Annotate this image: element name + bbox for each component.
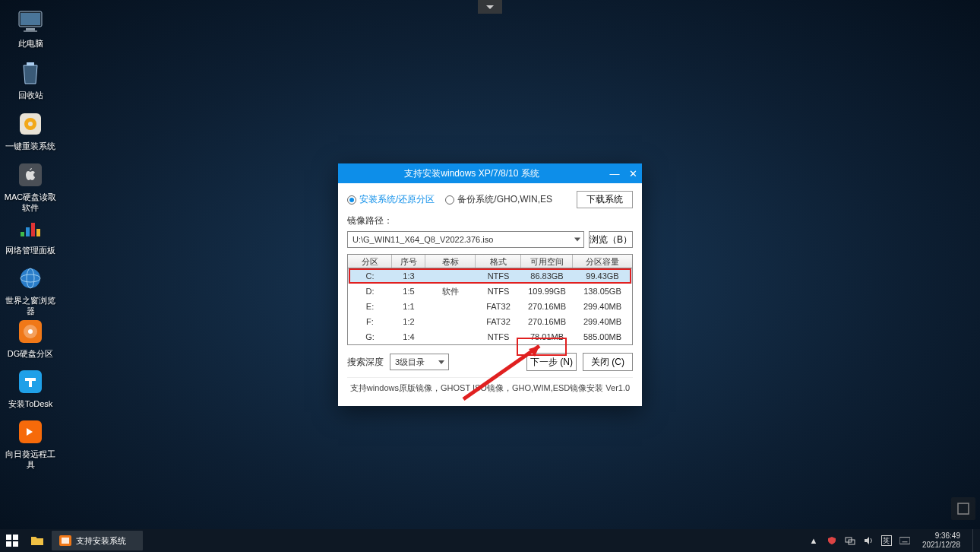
- show-desktop-button[interactable]: [972, 529, 977, 552]
- svg-rect-4: [27, 62, 34, 65]
- taskbar-app-label: 支持安装系统: [76, 535, 126, 547]
- globe-icon: [17, 265, 44, 292]
- desktop-icon-label: MAC硬盘读取软件: [4, 192, 57, 213]
- top-dropdown-handle[interactable]: [478, 0, 502, 14]
- radio-dot-icon: [347, 195, 356, 205]
- desktop-icon-macdisk[interactable]: MAC硬盘读取软件: [4, 161, 57, 213]
- tray-network-icon[interactable]: [845, 535, 855, 546]
- todesk-icon: [17, 368, 44, 395]
- sunlogin-icon: [17, 418, 44, 446]
- col-partition: 分区: [348, 255, 392, 268]
- taskbar-app-installer[interactable]: 支持安装系统: [52, 531, 143, 550]
- desktop-icon-netpanel[interactable]: 网络管理面板: [4, 214, 57, 255]
- desktop-icon-thispc[interactable]: 此电脑: [4, 8, 57, 49]
- browse-button[interactable]: 浏览（B）: [589, 231, 633, 248]
- computer-icon: [17, 8, 44, 35]
- image-path-combo[interactable]: U:\G_WIN11_X64_Q8_V2022.376.iso: [347, 231, 584, 248]
- close-icon[interactable]: ✕: [624, 163, 642, 183]
- desktop-icon-label: 回收站: [4, 90, 57, 100]
- svg-rect-23: [958, 503, 969, 514]
- tray-up-icon[interactable]: ▲: [808, 535, 819, 546]
- taskbar-file-explorer[interactable]: [24, 529, 50, 552]
- svg-rect-2: [26, 28, 35, 30]
- desktop-icon-label: 安装ToDesk: [4, 398, 57, 409]
- dialog-titlebar[interactable]: 支持安装windows XP/7/8/10 系统 — ✕: [338, 163, 642, 183]
- tray-keyboard-icon[interactable]: [899, 535, 910, 546]
- svg-point-13: [21, 268, 40, 288]
- table-header: 分区 序号 卷标 格式 可用空间 分区容量: [348, 255, 632, 268]
- chart-icon: [17, 214, 44, 242]
- tray-volume-icon[interactable]: [863, 535, 874, 546]
- svg-rect-1: [21, 13, 40, 25]
- svg-rect-3: [24, 30, 37, 32]
- desktop-icon-label: 世界之窗浏览器: [4, 295, 57, 316]
- svg-rect-27: [13, 541, 18, 547]
- download-system-button[interactable]: 下载系统: [577, 191, 633, 208]
- table-row[interactable]: F:1:2FAT32270.16MB299.40MB: [348, 314, 632, 329]
- radio-backup[interactable]: 备份系统/GHO,WIN,ES: [445, 193, 552, 206]
- disk-partition-icon: [17, 318, 44, 345]
- desktop-icon-recyclebin[interactable]: 回收站: [4, 59, 57, 100]
- radio-dot-icon: [445, 195, 454, 205]
- radio-label: 备份系统/GHO,WIN,ES: [457, 193, 552, 206]
- desktop-icon-label: 一键重装系统: [4, 141, 57, 151]
- chevron-down-icon: [574, 238, 580, 242]
- tray-ime-icon[interactable]: 英: [881, 535, 892, 546]
- recyclebin-icon: [17, 59, 44, 87]
- radio-label: 安装系统/还原分区: [359, 193, 435, 206]
- apple-icon: [17, 161, 44, 189]
- partition-table: 分区 序号 卷标 格式 可用空间 分区容量 C:1:3NTFS86.83GB99…: [347, 254, 633, 345]
- taskbar: 支持安装系统 ▲ 英 9:36:49 2021/12/28: [0, 529, 980, 552]
- desktop-icon-browser[interactable]: 世界之窗浏览器: [4, 265, 57, 316]
- dialog-footer: 支持windows原版镜像，GHOST ISO镜像，GHO,WIM,ESD镜像安…: [347, 377, 633, 401]
- svg-rect-11: [31, 223, 35, 236]
- svg-rect-29: [62, 538, 69, 544]
- desktop-icon-label: DG硬盘分区: [4, 348, 57, 359]
- install-dialog: 支持安装windows XP/7/8/10 系统 — ✕ 安装系统/还原分区 备…: [338, 163, 642, 406]
- notification-popup[interactable]: [951, 497, 975, 520]
- col-label: 卷标: [425, 255, 476, 268]
- svg-rect-32: [899, 538, 910, 544]
- search-depth-label: 搜索深度: [347, 356, 384, 369]
- col-free: 可用空间: [521, 255, 573, 268]
- svg-rect-26: [6, 541, 11, 547]
- next-button[interactable]: 下一步 (N): [526, 353, 577, 371]
- system-tray: ▲ 英 9:36:49 2021/12/28: [808, 529, 980, 552]
- desktop-icon-label: 网络管理面板: [4, 245, 57, 255]
- desktop-icon-todesk[interactable]: 安装ToDesk: [4, 368, 57, 409]
- col-capacity: 分区容量: [573, 255, 632, 268]
- image-path-label: 镜像路径：: [347, 214, 633, 227]
- minimize-button[interactable]: —: [605, 163, 624, 183]
- desktop-icon-dgdisk[interactable]: DG硬盘分区: [4, 318, 57, 359]
- start-button[interactable]: [0, 529, 24, 552]
- svg-rect-24: [6, 535, 11, 540]
- close-button[interactable]: 关闭 (C): [583, 353, 633, 371]
- svg-rect-10: [26, 227, 30, 236]
- desktop-icon-reinstall[interactable]: 一键重装系统: [4, 110, 57, 151]
- table-row[interactable]: E:1:1FAT32270.16MB299.40MB: [348, 299, 632, 314]
- dialog-title: 支持安装windows XP/7/8/10 系统: [338, 167, 605, 180]
- table-row[interactable]: C:1:3NTFS86.83GB99.43GB: [348, 268, 632, 284]
- desktop-icon-sunlogin[interactable]: 向日葵远程工具: [4, 418, 57, 470]
- app-icon: [59, 535, 71, 546]
- svg-rect-25: [13, 535, 18, 540]
- desktop-icon-label: 向日葵远程工具: [4, 449, 57, 470]
- svg-point-18: [28, 329, 33, 334]
- tray-shield-icon[interactable]: [827, 535, 837, 546]
- gear-badge-icon: [17, 110, 44, 138]
- search-depth-combo[interactable]: 3级目录: [390, 354, 449, 370]
- radio-install[interactable]: 安装系统/还原分区: [347, 193, 435, 206]
- col-index: 序号: [392, 255, 425, 268]
- tray-datetime[interactable]: 9:36:49 2021/12/28: [918, 531, 965, 550]
- table-row[interactable]: G:1:4NTFS78.01MB585.00MB: [348, 329, 632, 344]
- table-row[interactable]: D:1:5软件NTFS109.99GB138.05GB: [348, 284, 632, 299]
- svg-point-7: [28, 122, 33, 126]
- col-format: 格式: [476, 255, 521, 268]
- svg-rect-12: [36, 229, 40, 236]
- desktop-icon-label: 此电脑: [4, 38, 57, 49]
- svg-rect-9: [21, 232, 24, 236]
- image-path-value: U:\G_WIN11_X64_Q8_V2022.376.iso: [352, 235, 493, 244]
